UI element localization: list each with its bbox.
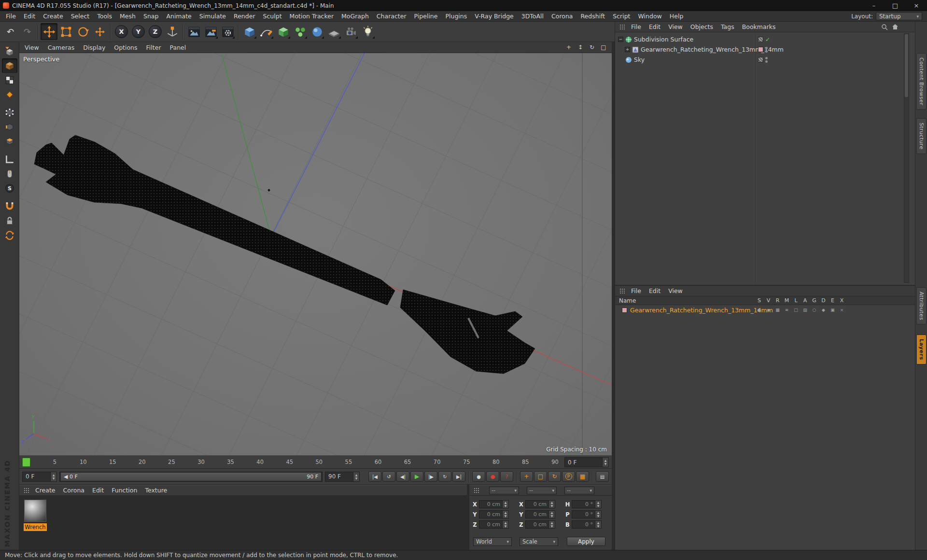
goto-end-button[interactable]: ▶| <box>452 471 465 482</box>
maximize-button[interactable]: □ <box>885 0 906 11</box>
spin-up-icon[interactable]: ▲ <box>355 474 358 476</box>
column-managers[interactable]: M <box>782 296 791 305</box>
panel-grip-icon[interactable] <box>619 288 625 294</box>
layers-menu-edit[interactable]: Edit <box>645 287 664 294</box>
add-camera-button[interactable] <box>342 23 359 40</box>
column-animation[interactable]: A <box>801 296 810 305</box>
menu-tools[interactable]: Tools <box>93 11 116 21</box>
rotate-tool-button[interactable] <box>74 23 91 40</box>
render-to-picture-viewer-button[interactable] <box>202 23 219 40</box>
add-primitive-button[interactable] <box>241 23 258 40</box>
menu-edit[interactable]: Edit <box>20 11 39 21</box>
key-pla-toggle[interactable]: ▦ <box>576 471 589 482</box>
enabled-check-icon[interactable]: ✓ <box>765 36 770 43</box>
timeline-ruler[interactable]: 0 5 10 15 20 25 30 35 40 45 50 55 60 65 … <box>19 455 612 469</box>
menu-pipeline[interactable]: Pipeline <box>410 11 442 21</box>
deformers-toggle-icon[interactable]: ◆ <box>819 305 828 315</box>
lock-x-axis-button[interactable]: X <box>113 23 130 40</box>
slider-left-icon[interactable]: ◀ <box>64 474 68 480</box>
column-expressions[interactable]: E <box>828 296 837 305</box>
snap-settings-button[interactable] <box>2 199 17 213</box>
expander-icon[interactable]: + <box>625 47 630 52</box>
position-group-dropdown[interactable]: --▾ <box>489 487 519 494</box>
menu-animate[interactable]: Animate <box>162 11 195 21</box>
viewport-menu-cameras[interactable]: Cameras <box>43 44 79 51</box>
view-toggle-icon[interactable]: ▪ <box>764 305 773 315</box>
materials-menu-texture[interactable]: Texture <box>141 487 171 494</box>
menu-motion-tracker[interactable]: Motion Tracker <box>286 11 337 21</box>
size-y-field[interactable]: 0 cm▲▼ <box>525 510 555 518</box>
column-view[interactable]: V <box>764 296 773 305</box>
menu-file[interactable]: File <box>2 11 20 21</box>
menu-select[interactable]: Select <box>67 11 94 21</box>
polygons-mode-button[interactable] <box>2 134 17 149</box>
last-tool-button[interactable] <box>91 23 108 40</box>
om-menu-bookmarks[interactable]: Bookmarks <box>738 23 780 30</box>
om-menu-objects[interactable]: Objects <box>687 23 717 30</box>
viewport-menu-view[interactable]: View <box>20 44 43 51</box>
spin-down-icon[interactable]: ▼ <box>53 477 55 480</box>
current-frame-marker[interactable] <box>22 458 30 467</box>
menu-vray-bridge[interactable]: V-Ray Bridge <box>471 11 518 21</box>
position-y-field[interactable]: 0 cm▲▼ <box>479 510 509 518</box>
orbit-view-icon[interactable]: ↻ <box>588 43 596 51</box>
layer-row[interactable]: Gearwrench_Ratcheting_Wrench_13mm_14mm ●… <box>615 305 915 315</box>
tab-attributes[interactable]: Attributes <box>916 287 927 324</box>
object-row-sky[interactable]: Sky <box>615 55 915 65</box>
workplane-mode-button[interactable] <box>2 152 17 167</box>
add-environment-button[interactable] <box>325 23 342 40</box>
play-button[interactable]: ▶ <box>410 471 423 482</box>
viewport-menu-filter[interactable]: Filter <box>142 44 166 51</box>
column-generators[interactable]: G <box>810 296 819 305</box>
tab-structure[interactable]: Structure <box>916 118 927 154</box>
redo-button[interactable]: ↷ <box>19 23 36 40</box>
size-x-field[interactable]: 0 cm▲▼ <box>525 500 555 508</box>
viewport-menu-display[interactable]: Display <box>79 44 110 51</box>
layer-chip[interactable] <box>758 47 763 52</box>
animation-toggle-icon[interactable]: ▤ <box>801 305 810 315</box>
managers-toggle-icon[interactable]: ≡ <box>782 305 791 315</box>
expander-icon[interactable]: − <box>618 37 623 42</box>
tweak-mode-button[interactable] <box>2 167 17 181</box>
menu-render[interactable]: Render <box>230 11 259 21</box>
frame-spinner[interactable]: ▲ ▼ <box>602 458 608 467</box>
toggle-view-icon[interactable]: □ <box>599 43 608 51</box>
loop-button[interactable]: ↻ <box>438 471 451 482</box>
menu-snap[interactable]: Snap <box>140 11 162 21</box>
materials-menu-function[interactable]: Function <box>108 487 141 494</box>
viewport-camera-label[interactable]: Perspective <box>23 56 59 63</box>
open-timeline-button[interactable]: ▤ <box>596 471 609 482</box>
perspective-viewport[interactable]: Y X Z Perspective Grid Spacing : 10 cm <box>19 53 612 455</box>
expressions-toggle-icon[interactable]: ▣ <box>828 305 837 315</box>
close-button[interactable]: × <box>906 0 927 11</box>
render-toggle-icon[interactable]: ▦ <box>773 305 782 315</box>
om-menu-view[interactable]: View <box>664 23 687 30</box>
menu-simulate[interactable]: Simulate <box>196 11 230 21</box>
menu-corona[interactable]: Corona <box>548 11 576 21</box>
position-x-field[interactable]: 0 cm▲▼ <box>479 500 509 508</box>
world-mode-dropdown[interactable]: World▾ <box>473 537 512 546</box>
key-position-toggle[interactable]: + <box>520 471 533 482</box>
material-name-label[interactable]: Wrench <box>24 523 47 531</box>
texture-axis-mode-button[interactable] <box>2 87 17 102</box>
spin-down-icon[interactable]: ▼ <box>355 477 358 480</box>
lock-toggle-icon[interactable]: □ <box>791 305 801 315</box>
layers-menu-file[interactable]: File <box>627 287 645 294</box>
key-parameter-toggle[interactable]: P <box>562 471 575 482</box>
generators-toggle-icon[interactable]: ○ <box>810 305 819 315</box>
column-deformers[interactable]: D <box>819 296 828 305</box>
lock-workplane-button[interactable] <box>2 213 17 228</box>
size-group-dropdown[interactable]: --▾ <box>527 487 557 494</box>
viewport-menu-options[interactable]: Options <box>110 44 141 51</box>
layer-chip[interactable] <box>758 57 763 62</box>
zoom-view-icon[interactable]: ↕ <box>576 43 585 51</box>
column-render[interactable]: R <box>773 296 782 305</box>
layer-color-chip[interactable] <box>622 308 627 313</box>
texture-mode-button[interactable] <box>2 73 17 87</box>
next-frame-button[interactable]: |▶ <box>424 471 437 482</box>
spin-down-icon[interactable]: ▼ <box>604 462 607 465</box>
goto-start-button[interactable]: |◀ <box>368 471 381 482</box>
materials-menu-corona[interactable]: Corona <box>59 487 88 494</box>
menu-script[interactable]: Script <box>609 11 634 21</box>
range-slider-handle[interactable]: ◀ 0 F 90 F <box>61 473 321 481</box>
